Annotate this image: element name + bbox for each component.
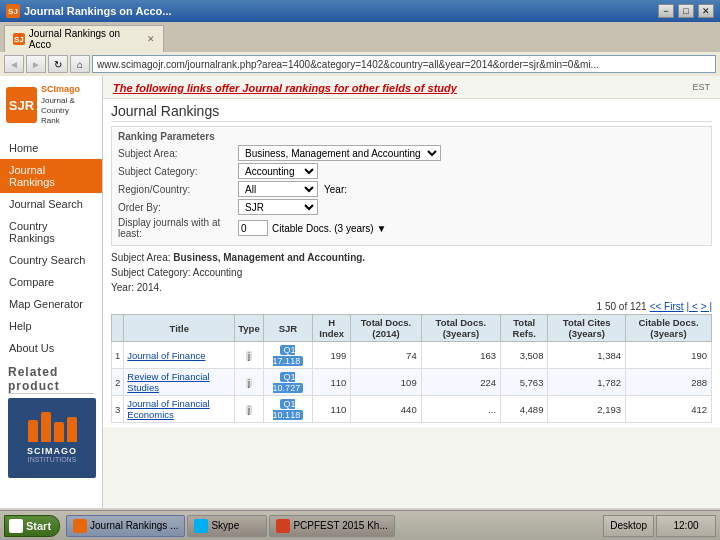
prev-page-link[interactable]: | < <box>687 301 698 312</box>
header-notice[interactable]: The following links offer Journal rankin… <box>113 82 710 94</box>
sidebar-item-country-search[interactable]: Country Search <box>0 249 102 271</box>
rank-cell: 2 <box>112 369 124 396</box>
title-link[interactable]: Review of Financial Studies <box>127 371 209 393</box>
sidebar-item-country-rankings[interactable]: Country Rankings <box>0 215 102 249</box>
year-label: Year: <box>324 184 347 195</box>
param-label-order: Order By: <box>118 202 238 213</box>
type-cell: j <box>235 396 263 423</box>
sidebar-item-help[interactable]: Help <box>0 315 102 337</box>
header-banner: EST The following links offer Journal ra… <box>103 76 720 99</box>
summary-area: Business, Management and Accounting. <box>173 252 365 263</box>
browser-favicon: SJ <box>6 4 20 18</box>
taskbar-item-ppfest[interactable]: PCPFEST 2015 Kh... <box>269 515 394 537</box>
type-cell: j <box>235 369 263 396</box>
back-button[interactable]: ◄ <box>4 55 24 73</box>
pillar-1 <box>28 420 38 442</box>
table-row: 1 Journal of Finance j Q1 17.118 199 74 … <box>112 342 712 369</box>
sidebar-item-journal-rankings[interactable]: Journal Rankings <box>0 159 102 193</box>
subject-area-select[interactable]: Business, Management and Accounting <box>238 145 441 161</box>
pillar-3 <box>54 422 64 442</box>
product-image[interactable]: SCIMAGO INSTITUTIONS <box>8 398 96 478</box>
sidebar-nav: Home Journal Rankings Journal Search Cou… <box>0 135 102 361</box>
param-row-order: Order By: SJR <box>118 199 705 215</box>
taskbar-item-journal[interactable]: Journal Rankings ... <box>66 515 185 537</box>
desktop-label[interactable]: Desktop <box>603 515 654 537</box>
taskbar-ppfest-icon <box>276 519 290 533</box>
sidebar-item-journal-search[interactable]: Journal Search <box>0 193 102 215</box>
param-label-display: Display journals with at least: <box>118 217 238 239</box>
close-button[interactable]: ✕ <box>698 4 714 18</box>
param-row-region: Region/Country: All Year: <box>118 181 705 197</box>
forward-button[interactable]: ► <box>26 55 46 73</box>
h-cell: 110 <box>313 369 351 396</box>
taskbar-journal-label: Journal Rankings ... <box>90 520 178 531</box>
region-select[interactable]: All <box>238 181 318 197</box>
table-row: 2 Review of Financial Studies j Q1 10.72… <box>112 369 712 396</box>
params-title: Ranking Parameters <box>118 131 705 142</box>
browser-nav: ◄ ► ↻ ⌂ www.scimagojr.com/journalrank.ph… <box>0 52 720 76</box>
sidebar-item-map-generator[interactable]: Map Generator <box>0 293 102 315</box>
citdocs-cell: 190 <box>626 342 712 369</box>
summary-year: 2014. <box>137 282 162 293</box>
title-cell: Review of Financial Studies <box>124 369 235 396</box>
section-title: Journal Rankings <box>111 103 712 122</box>
docs2014-cell: 74 <box>351 342 421 369</box>
related-title: Related product <box>8 365 94 394</box>
minimize-button[interactable]: − <box>658 4 674 18</box>
h-cell: 110 <box>313 396 351 423</box>
title-link[interactable]: Journal of Financial Economics <box>127 398 209 420</box>
url-text: www.scimagojr.com/journalrank.php?area=1… <box>97 59 599 70</box>
browser-tabs: SJ Journal Rankings on Acco ✕ <box>0 22 720 52</box>
col-docs2014: Total Docs. (2014) <box>351 315 421 342</box>
sjr-cell: Q1 17.118 <box>263 342 312 369</box>
param-label-category: Subject Category: <box>118 166 238 177</box>
col-citdocs: Citable Docs. (3years) <box>626 315 712 342</box>
first-page-link[interactable]: << First <box>650 301 684 312</box>
start-label: Start <box>26 520 51 532</box>
sidebar-item-about-us[interactable]: About Us <box>0 337 102 359</box>
sidebar-item-home[interactable]: Home <box>0 137 102 159</box>
col-docs3y: Total Docs. (3years) <box>421 315 500 342</box>
start-button[interactable]: Start <box>4 515 60 537</box>
citable-docs-label: Citable Docs. (3 years) ▼ <box>272 223 386 234</box>
cites3y-cell: 2,193 <box>548 396 626 423</box>
order-select[interactable]: SJR <box>238 199 318 215</box>
maximize-button[interactable]: □ <box>678 4 694 18</box>
refs-cell: 4,489 <box>501 396 548 423</box>
col-h: H Index <box>313 315 351 342</box>
title-link[interactable]: Journal of Finance <box>127 350 205 361</box>
logo-line1: Journal & Country <box>41 96 96 117</box>
col-cites3y: Total Cites (3years) <box>548 315 626 342</box>
refresh-button[interactable]: ↻ <box>48 55 68 73</box>
journal-table: Title Type SJR H Index Total Docs. (2014… <box>111 314 712 423</box>
param-row-category: Subject Category: Accounting <box>118 163 705 179</box>
product-name: SCIMAGO <box>27 446 77 456</box>
home-button[interactable]: ⌂ <box>70 55 90 73</box>
logo: SJR SCImago Journal & Country Rank <box>0 76 102 135</box>
title-bar: SJ Journal Rankings on Acco... − □ ✕ <box>0 0 720 22</box>
address-bar[interactable]: www.scimagojr.com/journalrank.php?area=1… <box>92 55 716 73</box>
taskbar-item-skype[interactable]: Skype <box>187 515 267 537</box>
refs-cell: 3,508 <box>501 342 548 369</box>
type-cell: j <box>235 342 263 369</box>
sidebar-item-compare[interactable]: Compare <box>0 271 102 293</box>
col-type: Type <box>235 315 263 342</box>
next-page-link[interactable]: > | <box>701 301 712 312</box>
page-count: 1 50 of 121 <box>597 301 647 312</box>
taskbar-journal-icon <box>73 519 87 533</box>
tab-close-icon[interactable]: ✕ <box>147 34 155 44</box>
subject-category-select[interactable]: Accounting <box>238 163 318 179</box>
col-title: Title <box>124 315 235 342</box>
active-tab[interactable]: SJ Journal Rankings on Acco ✕ <box>4 25 164 52</box>
param-label-region: Region/Country: <box>118 184 238 195</box>
h-cell: 199 <box>313 342 351 369</box>
sjr-cell: Q1 10.727 <box>263 369 312 396</box>
taskbar-skype-icon <box>194 519 208 533</box>
logo-line2: Rank <box>41 116 96 126</box>
param-row-display: Display journals with at least: Citable … <box>118 217 705 239</box>
taskbar-items: Journal Rankings ... Skype PCPFEST 2015 … <box>66 515 601 537</box>
col-refs: Total Refs. <box>501 315 548 342</box>
sjr-cell: Q1 10.118 <box>263 396 312 423</box>
pillar-2 <box>41 412 51 442</box>
min-docs-input[interactable] <box>238 220 268 236</box>
